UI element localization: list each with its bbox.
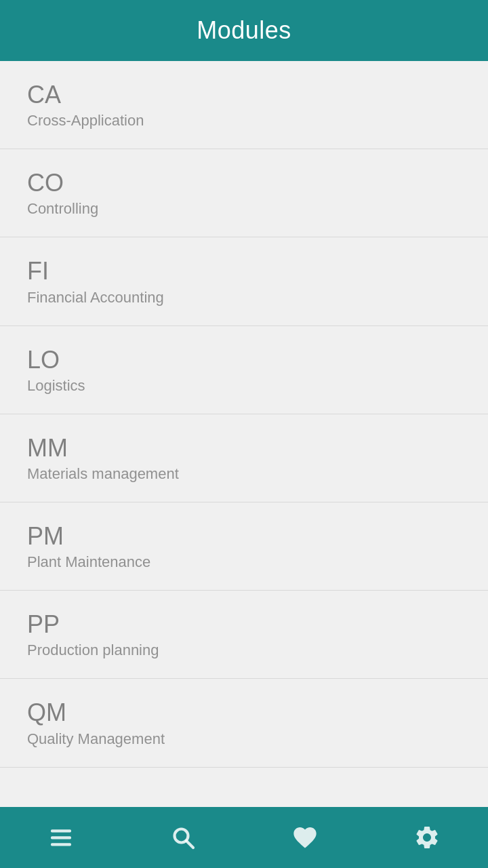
module-item-ca[interactable]: CACross-Application xyxy=(0,61,488,149)
search-icon[interactable] xyxy=(163,817,203,858)
list-icon[interactable] xyxy=(41,817,81,858)
modules-list: CACross-ApplicationCOControllingFIFinanc… xyxy=(0,61,488,807)
module-code: FI xyxy=(27,256,461,285)
module-name: Financial Accounting xyxy=(27,289,461,307)
module-item-mm[interactable]: MMMaterials management xyxy=(0,414,488,502)
page-title: Modules xyxy=(197,16,291,45)
module-code: CO xyxy=(27,168,461,197)
module-item-fi[interactable]: FIFinancial Accounting xyxy=(0,237,488,326)
gear-icon[interactable] xyxy=(407,817,447,858)
module-code: LO xyxy=(27,345,461,374)
bottom-navigation xyxy=(0,807,488,868)
module-code: PP xyxy=(27,610,461,639)
svg-line-4 xyxy=(186,841,193,848)
module-code: QM xyxy=(27,698,461,727)
module-name: Production planning xyxy=(27,642,461,659)
module-code: MM xyxy=(27,433,461,462)
module-item-qm[interactable]: QMQuality Management xyxy=(0,679,488,767)
module-item-pm[interactable]: PMPlant Maintenance xyxy=(0,502,488,591)
module-item-lo[interactable]: LOLogistics xyxy=(0,326,488,414)
module-name: Plant Maintenance xyxy=(27,553,461,571)
module-name: Logistics xyxy=(27,377,461,395)
module-name: Materials management xyxy=(27,465,461,483)
app-header: Modules xyxy=(0,0,488,61)
heart-icon[interactable] xyxy=(285,817,325,858)
svg-rect-1 xyxy=(51,836,71,839)
module-name: Cross-Application xyxy=(27,112,461,130)
module-name: Quality Management xyxy=(27,730,461,748)
module-code: CA xyxy=(27,80,461,109)
svg-rect-2 xyxy=(51,843,71,846)
module-code: PM xyxy=(27,521,461,551)
svg-rect-0 xyxy=(51,829,71,832)
module-item-pp[interactable]: PPProduction planning xyxy=(0,591,488,679)
module-item-co[interactable]: COControlling xyxy=(0,149,488,237)
module-name: Controlling xyxy=(27,200,461,218)
